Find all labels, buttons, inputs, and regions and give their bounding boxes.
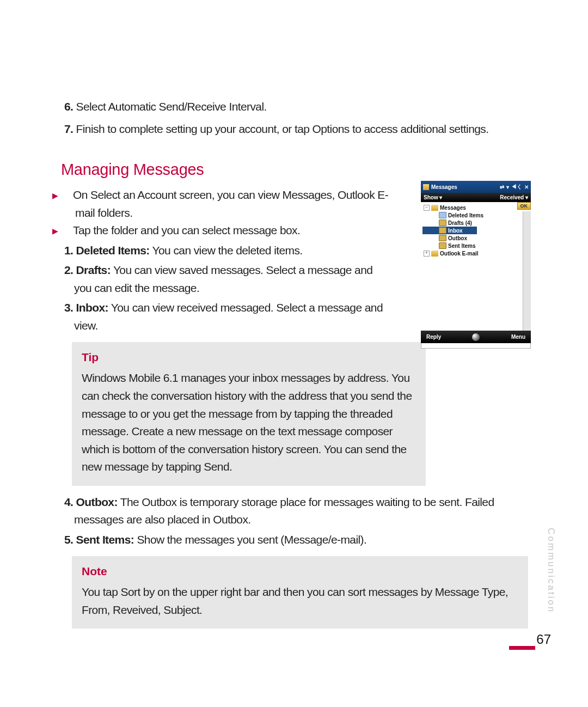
- tip-body: Windows Mobile 6.1 manages your inbox me…: [82, 369, 417, 476]
- signal-icon[interactable]: ▾: [506, 184, 509, 190]
- volume-icon[interactable]: ◀く: [511, 183, 522, 191]
- connectivity-icon[interactable]: ⇄: [500, 184, 504, 190]
- item-2-text: You can view saved messages. Select a me…: [74, 264, 372, 294]
- screenshot-body: OK − Messages Deleted Items Drafts (4) I…: [421, 202, 531, 331]
- item-2-label: 2. Drafts:: [64, 264, 111, 276]
- item-2: 2. Drafts: You can view saved messages. …: [64, 261, 390, 297]
- tree-outlook-email[interactable]: + Outlook E-mail: [422, 249, 529, 257]
- screenshot-bottom-bar: Reply Menu: [421, 331, 531, 343]
- item-4-label: 4. Outbox:: [64, 496, 118, 508]
- item-4: 4. Outbox: The Outbox is temporary stora…: [64, 493, 528, 529]
- ok-button[interactable]: OK: [517, 202, 531, 210]
- item-1-text: You can view the deleted items.: [150, 244, 303, 257]
- triangle-icon: ▶: [63, 225, 73, 237]
- step-6-number: 6.: [64, 100, 73, 113]
- drafts-icon: [439, 220, 446, 226]
- toolbar-sort-button[interactable]: Received ▾: [500, 194, 528, 200]
- step-7-number: 7.: [64, 123, 73, 135]
- menu-softkey[interactable]: Menu: [511, 334, 525, 340]
- item-1: 1. Deleted Items: You can view the delet…: [64, 242, 390, 260]
- toolbar-show-button[interactable]: Show ▾: [424, 194, 442, 200]
- screenshot-app-title: Messages: [431, 184, 457, 190]
- item-5-text: Show the messages you sent (Message/e-ma…: [134, 533, 366, 546]
- tree-root-messages[interactable]: − Messages: [422, 204, 529, 211]
- bullet-2: ▶Tap the folder and you can select messa…: [64, 222, 391, 240]
- tree-inbox-selected[interactable]: Inbox: [422, 227, 477, 234]
- folder-icon: [431, 205, 438, 211]
- inbox-icon: [439, 227, 446, 234]
- collapse-icon[interactable]: −: [424, 205, 430, 211]
- step-6-text: Select Automatic Send/Receive Interval.: [73, 100, 266, 113]
- outbox-icon: [439, 235, 446, 241]
- reply-softkey[interactable]: Reply: [426, 334, 441, 340]
- section-tab-label: Communication: [546, 528, 556, 613]
- page-number: 67: [536, 632, 551, 647]
- sent-icon: [439, 242, 446, 249]
- center-softkey-icon[interactable]: [472, 333, 480, 341]
- item-5-label: 5. Sent Items:: [64, 533, 134, 546]
- deleted-icon: [439, 212, 446, 218]
- step-7-text: Finish to complete setting up your accou…: [73, 123, 488, 135]
- scrollbar[interactable]: [523, 211, 531, 340]
- item-5: 5. Sent Items: Show the messages you sen…: [64, 531, 528, 549]
- item-3-label: 3. Inbox:: [64, 301, 108, 314]
- manual-page: 6. Select Automatic Send/Receive Interva…: [0, 0, 588, 707]
- tip-title: Tip: [82, 351, 417, 364]
- item-3-text: You can view received messaged. Select a…: [74, 301, 383, 332]
- tree-deleted-items[interactable]: Deleted Items: [422, 211, 529, 219]
- note-body: You tap Sort by on the upper right bar a…: [82, 583, 519, 619]
- bullet-1-text: On Select an Account screen, you can vie…: [73, 188, 388, 219]
- device-screenshot: Messages ⇄ ▾ ◀く ✕ Show ▾ Received ▾ OK −…: [421, 181, 531, 349]
- item-3: 3. Inbox: You can view received messaged…: [64, 299, 390, 334]
- folder-icon: [431, 251, 438, 257]
- tree-outbox[interactable]: Outbox: [422, 234, 529, 242]
- note-box: Note You tap Sort by on the upper right …: [72, 556, 528, 629]
- bullet-2-text: Tap the folder and you can select messag…: [73, 224, 300, 236]
- screenshot-toolbar: Show ▾ Received ▾: [421, 193, 531, 202]
- note-title: Note: [82, 565, 519, 578]
- section-heading: Managing Messages: [61, 161, 528, 179]
- screenshot-titlebar: Messages ⇄ ▾ ◀く ✕: [421, 181, 531, 193]
- tip-box: Tip Windows Mobile 6.1 manages your inbo…: [72, 342, 426, 485]
- triangle-icon: ▶: [63, 190, 73, 202]
- item-1-label: 1. Deleted Items:: [64, 244, 150, 257]
- page-accent-bar: [509, 646, 535, 650]
- tree-drafts[interactable]: Drafts (4): [422, 219, 529, 227]
- windows-flag-icon[interactable]: [423, 184, 429, 190]
- expand-icon[interactable]: +: [424, 251, 430, 257]
- close-icon[interactable]: ✕: [524, 184, 529, 190]
- item-4-text: The Outbox is temporary storage place fo…: [74, 496, 494, 526]
- bullet-1: ▶On Select an Account screen, you can vi…: [64, 186, 391, 222]
- step-7: 7. Finish to complete setting up your ac…: [64, 120, 528, 138]
- step-6: 6. Select Automatic Send/Receive Interva…: [64, 98, 528, 116]
- tree-sent-items[interactable]: Sent Items: [422, 242, 529, 249]
